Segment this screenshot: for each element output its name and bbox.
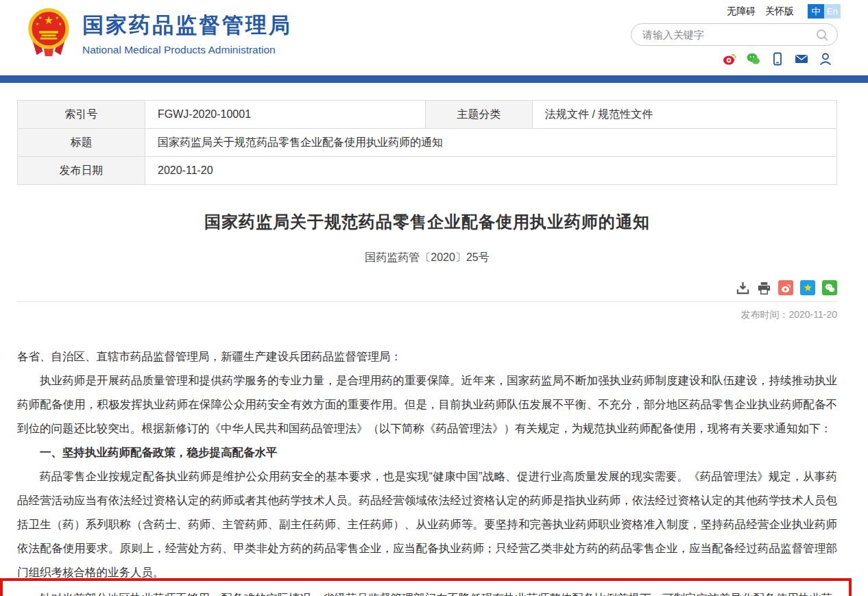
search-icon[interactable]: [815, 28, 829, 42]
care-version-link[interactable]: 关怀版: [765, 5, 794, 18]
weibo-share-icon[interactable]: [778, 280, 793, 295]
topbar: 无障碍 关怀版 中 En: [727, 4, 841, 18]
lang-zh-button[interactable]: 中: [808, 4, 824, 18]
qzone-share-icon[interactable]: ★: [800, 280, 815, 295]
index-number-value: FGWJ-2020-10001: [145, 101, 426, 129]
page-title: 国家药监局关于规范药品零售企业配备使用执业药师的通知: [17, 211, 837, 233]
qzone-star-glyph: ★: [803, 282, 812, 294]
publish-date-label: 发布日期: [18, 157, 145, 185]
paragraph-salutation: 各省、自治区、直辖市药品监督管理局，新疆生产建设兵团药品监督管理局：: [17, 345, 837, 369]
topic-category-value: 法规文件 / 规范性文件: [533, 101, 837, 129]
search-input[interactable]: [642, 29, 815, 40]
mobile-icon[interactable]: [771, 52, 784, 66]
paragraph-policy: 药品零售企业按规定配备执业药师是维护公众用药安全的基本要求，也是实现“健康中国”…: [17, 464, 837, 584]
section-heading-1: 一、坚持执业药师配备政策，稳步提高配备水平: [17, 440, 837, 464]
weibo-icon[interactable]: [723, 52, 736, 66]
article-toolbar: ★: [17, 280, 837, 301]
publish-date-value: 2020-11-20: [145, 157, 837, 185]
header-divider-bar: [0, 75, 868, 83]
brand-block: 国家药品监督管理局 National Medical Products Admi…: [82, 11, 292, 56]
title-value: 国家药监局关于规范药品零售企业配备使用执业药师的通知: [145, 129, 837, 157]
paragraph-highlighted: 针对当前部分地区执业药师不够用、配备难的实际情况，省级药品监督管理部门在不降低现…: [17, 586, 832, 596]
wechat-share-icon[interactable]: [822, 280, 837, 295]
title-label: 标题: [18, 129, 145, 157]
wechat-icon[interactable]: [747, 52, 760, 66]
document-number: 国药监药管〔2020〕25号: [17, 251, 837, 265]
search-box[interactable]: [631, 23, 838, 46]
publish-time-value: 2020-11-20: [788, 309, 837, 320]
user-icon[interactable]: [819, 52, 832, 66]
language-toggle: 中 En: [808, 4, 841, 18]
main-content: 索引号 FGWJ-2020-10001 主题分类 法规文件 / 规范性文件 标题…: [17, 100, 837, 596]
svg-text:★: ★: [44, 14, 53, 26]
table-row: 标题 国家药监局关于规范药品零售企业配备使用执业药师的通知: [18, 129, 837, 157]
publish-time-label: 发布时间：: [740, 309, 788, 320]
svg-text:★: ★: [38, 15, 43, 20]
site-subtitle: National Medical Products Administration: [82, 44, 292, 56]
download-icon[interactable]: [736, 281, 750, 295]
topic-category-label: 主题分类: [426, 101, 533, 129]
lang-en-button[interactable]: En: [824, 4, 841, 18]
document-info-table: 索引号 FGWJ-2020-10001 主题分类 法规文件 / 规范性文件 标题…: [17, 100, 837, 185]
publish-time-row: 发布时间：2020-11-20: [17, 309, 837, 321]
svg-text:★: ★: [56, 15, 60, 20]
table-row: 索引号 FGWJ-2020-10001 主题分类 法规文件 / 规范性文件: [18, 101, 837, 129]
paragraph-intro: 执业药师是开展药品质量管理和提供药学服务的专业力量，是合理用药的重要保障。近年来…: [17, 369, 837, 440]
article-body: 各省、自治区、直辖市药品监督管理局，新疆生产建设兵团药品监督管理局： 执业药师是…: [17, 345, 837, 596]
national-emblem-logo[interactable]: ★ ★ ★ ★ ★: [25, 5, 73, 58]
index-number-label: 索引号: [18, 101, 145, 129]
svg-text:★: ★: [58, 21, 62, 26]
table-row: 发布日期 2020-11-20: [18, 157, 837, 185]
header-social-icons: [723, 52, 832, 66]
print-icon[interactable]: [757, 281, 771, 295]
email-icon[interactable]: [795, 52, 808, 66]
accessibility-link[interactable]: 无障碍: [727, 5, 756, 18]
site-header: ★ ★ ★ ★ ★ 国家药品监督管理局 National Medical Pro…: [0, 0, 868, 75]
svg-text:★: ★: [36, 21, 40, 26]
toolbar-divider: [17, 301, 837, 302]
site-title: 国家药品监督管理局: [82, 11, 292, 40]
